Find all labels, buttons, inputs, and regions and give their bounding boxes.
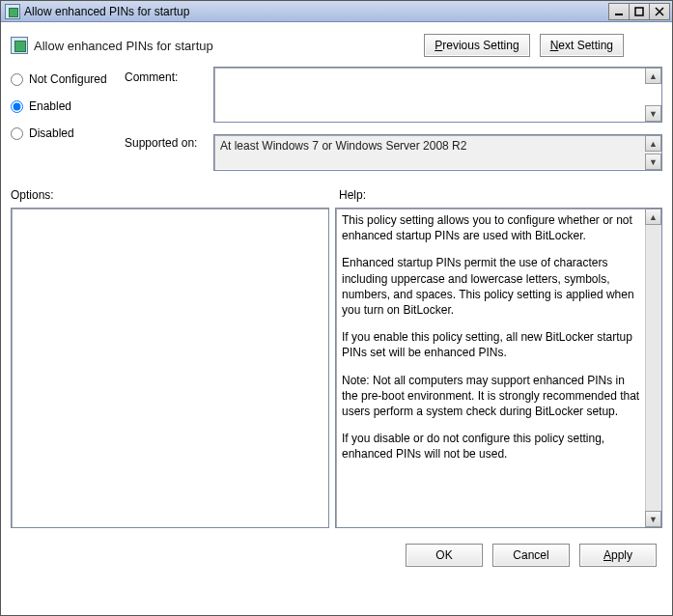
maximize-button[interactable] bbox=[629, 3, 650, 20]
next-setting-button[interactable]: Next Setting bbox=[540, 34, 624, 57]
comment-label: Comment: bbox=[125, 67, 208, 134]
help-text: This policy setting allows you to config… bbox=[342, 212, 640, 243]
supported-on-text: At least Windows 7 or Windows Server 200… bbox=[220, 139, 466, 153]
policy-icon bbox=[11, 37, 28, 54]
window-icon bbox=[5, 4, 20, 19]
scroll-up-icon[interactable]: ▲ bbox=[645, 209, 661, 225]
minimize-button[interactable] bbox=[608, 3, 630, 20]
scroll-down-icon[interactable]: ▼ bbox=[645, 511, 661, 527]
help-panel: This policy setting allows you to config… bbox=[335, 208, 662, 528]
supported-on-label: Supported on: bbox=[125, 134, 208, 150]
supported-on-field: At least Windows 7 or Windows Server 200… bbox=[213, 134, 662, 171]
titlebar: Allow enhanced PINs for startup bbox=[1, 1, 672, 22]
header: Allow enhanced PINs for startup Previous… bbox=[11, 28, 662, 67]
options-panel bbox=[11, 208, 329, 528]
radio-enabled[interactable]: Enabled bbox=[11, 99, 119, 113]
previous-setting-button[interactable]: Previous Setting bbox=[424, 34, 529, 57]
scroll-down-icon[interactable]: ▼ bbox=[645, 105, 661, 122]
svg-rect-1 bbox=[635, 8, 643, 15]
window-controls bbox=[609, 3, 670, 20]
apply-button[interactable]: Apply bbox=[579, 544, 657, 567]
state-radios: Not Configured Enabled Disabled bbox=[11, 67, 119, 171]
radio-disabled[interactable]: Disabled bbox=[11, 126, 119, 140]
radio-not-configured[interactable]: Not Configured bbox=[11, 72, 119, 86]
help-label: Help: bbox=[339, 188, 366, 202]
help-scrollbar[interactable]: ▲ ▼ bbox=[645, 209, 661, 527]
close-button[interactable] bbox=[649, 3, 670, 20]
scroll-down-icon[interactable]: ▼ bbox=[645, 154, 661, 170]
help-text: Enhanced startup PINs permit the use of … bbox=[342, 255, 640, 318]
scroll-up-icon[interactable]: ▲ bbox=[645, 135, 661, 152]
comment-field[interactable]: ▲ ▼ bbox=[213, 67, 662, 123]
help-text: Note: Not all computers may support enha… bbox=[342, 373, 640, 420]
window-title: Allow enhanced PINs for startup bbox=[24, 5, 609, 18]
cancel-button[interactable]: Cancel bbox=[492, 544, 570, 567]
help-text: If you enable this policy setting, all n… bbox=[342, 329, 640, 360]
help-text: If you disable or do not configure this … bbox=[342, 431, 640, 462]
ok-button[interactable]: OK bbox=[406, 544, 483, 567]
dialog-buttons: OK Cancel Apply bbox=[11, 538, 662, 574]
options-label: Options: bbox=[11, 188, 339, 202]
page-title: Allow enhanced PINs for startup bbox=[34, 39, 424, 53]
scroll-up-icon[interactable]: ▲ bbox=[645, 68, 661, 84]
